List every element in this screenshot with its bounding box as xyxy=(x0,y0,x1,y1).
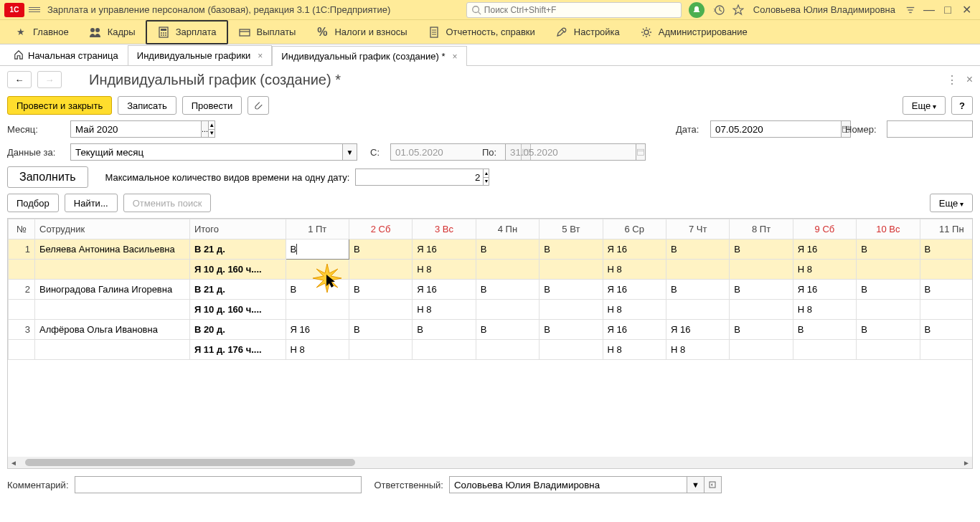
menu-settings[interactable]: Настройка xyxy=(545,22,630,43)
day-cell[interactable]: В xyxy=(857,320,920,340)
responsible-input[interactable]: ▼ xyxy=(449,476,722,493)
global-search[interactable] xyxy=(466,2,682,18)
employee-cell[interactable]: Виноградова Галина Игоревна xyxy=(35,280,190,300)
menu-payments[interactable]: Выплаты xyxy=(228,22,306,43)
table-row[interactable]: 2Виноградова Галина ИгоревнаВ 21 д.ВВЯ 1… xyxy=(9,280,973,300)
tab-home[interactable]: Начальная страница xyxy=(4,45,128,65)
day-cell[interactable]: В xyxy=(666,280,729,300)
day-cell[interactable]: Н 8 xyxy=(603,300,666,320)
menu-home[interactable]: ★ Главное xyxy=(4,22,79,43)
day-cell[interactable] xyxy=(730,300,793,320)
tab-schedule-create[interactable]: Индивидуальный график (создание) * × xyxy=(272,46,466,66)
day-cell[interactable]: В xyxy=(349,280,412,300)
day-cell[interactable]: Я 16 xyxy=(666,320,729,340)
close-page-button[interactable]: × xyxy=(966,73,973,86)
day-cell[interactable]: Я 16 xyxy=(286,320,349,340)
save-button[interactable]: Записать xyxy=(118,96,176,115)
day-cell[interactable] xyxy=(730,260,793,280)
day-cell[interactable] xyxy=(540,340,603,360)
employee-cell[interactable] xyxy=(35,340,190,360)
menu-admin[interactable]: Администрирование xyxy=(630,22,758,43)
col-employee-header[interactable]: Сотрудник xyxy=(35,219,190,239)
schedule-table[interactable]: №СотрудникИтого1 Пт2 Сб3 Вс4 Пн5 Вт6 Ср7… xyxy=(7,218,973,469)
day-cell[interactable]: В xyxy=(857,239,920,260)
max-types-input[interactable]: ▲▼ xyxy=(355,169,390,186)
date-field[interactable] xyxy=(710,120,842,138)
pick-button[interactable]: Подбор xyxy=(7,194,59,212)
data-for-combo[interactable]: ▼ xyxy=(70,143,357,161)
col-day-8-header[interactable]: 8 Пт xyxy=(730,219,793,239)
month-select-button[interactable]: ... xyxy=(201,120,208,138)
table-row[interactable]: 1Беляева Антонина ВасильевнаВ 21 д.В ВЯ … xyxy=(9,239,973,260)
day-cell[interactable] xyxy=(920,300,972,320)
col-day-9-header[interactable]: 9 Сб xyxy=(793,219,856,239)
col-day-3-header[interactable]: 3 Вс xyxy=(413,219,476,239)
col-day-10-header[interactable]: 10 Вс xyxy=(857,219,920,239)
day-cell[interactable] xyxy=(349,260,412,280)
col-total-header[interactable]: Итого xyxy=(189,219,286,239)
dropdown-icon[interactable]: ▼ xyxy=(343,143,357,161)
notifications-bell-icon[interactable] xyxy=(689,2,705,18)
filter-icon[interactable] xyxy=(904,4,917,16)
horizontal-scrollbar[interactable]: ◄ ► xyxy=(8,457,972,468)
day-cell[interactable] xyxy=(413,340,476,360)
day-cell[interactable]: В xyxy=(286,239,349,260)
day-cell[interactable] xyxy=(666,300,729,320)
day-cell[interactable]: Я 16 xyxy=(413,239,476,260)
day-cell[interactable] xyxy=(476,300,539,320)
current-user[interactable]: Соловьева Юлия Владимировна xyxy=(753,4,895,15)
scroll-thumb[interactable] xyxy=(25,459,355,466)
day-cell[interactable]: Н 8 xyxy=(603,260,666,280)
menu-salary[interactable]: Зарплата xyxy=(146,20,228,44)
day-cell[interactable]: Я 16 xyxy=(603,239,666,260)
day-cell[interactable]: В xyxy=(666,239,729,260)
col-day-4-header[interactable]: 4 Пн xyxy=(476,219,539,239)
employee-cell[interactable] xyxy=(35,260,190,280)
scroll-right-icon[interactable]: ► xyxy=(961,457,972,468)
dropdown-icon[interactable]: ▼ xyxy=(687,476,705,493)
fill-button[interactable]: Заполнить xyxy=(7,166,88,188)
day-cell[interactable]: В xyxy=(857,280,920,300)
max-types-field[interactable] xyxy=(355,169,484,186)
employee-cell[interactable] xyxy=(35,300,190,320)
kebab-menu-icon[interactable]: ⋮ xyxy=(946,73,958,87)
table-row[interactable]: Я 10 д. 160 ч....Н 8Н 8Н 8 xyxy=(9,260,973,280)
responsible-field[interactable] xyxy=(449,476,687,493)
post-button[interactable]: Провести xyxy=(182,96,242,115)
day-cell[interactable] xyxy=(730,340,793,360)
day-cell[interactable]: Н 8 xyxy=(666,340,729,360)
day-cell[interactable] xyxy=(540,300,603,320)
table-row[interactable]: 3Алфёрова Ольга ИвановнаВ 20 д.Я 16ВВВВЯ… xyxy=(9,320,973,340)
table-more-button[interactable]: Еще xyxy=(930,194,973,212)
col-day-7-header[interactable]: 7 Чт xyxy=(666,219,729,239)
close-tab-icon[interactable]: × xyxy=(453,52,458,62)
history-icon[interactable] xyxy=(713,4,726,16)
col-day-6-header[interactable]: 6 Ср xyxy=(603,219,666,239)
day-cell[interactable]: В xyxy=(730,239,793,260)
col-day-1-header[interactable]: 1 Пт xyxy=(286,219,349,239)
day-cell[interactable]: Я 16 xyxy=(413,280,476,300)
day-cell[interactable]: Я 16 xyxy=(793,280,856,300)
month-spinner[interactable]: ▲▼ xyxy=(208,120,215,138)
month-input[interactable]: ... ▲▼ xyxy=(70,120,174,138)
employee-cell[interactable]: Беляева Антонина Васильевна xyxy=(35,239,190,260)
day-cell[interactable]: В xyxy=(349,239,412,260)
month-field[interactable] xyxy=(70,120,201,138)
day-cell[interactable]: В xyxy=(540,320,603,340)
day-cell[interactable] xyxy=(286,260,349,280)
close-tab-icon[interactable]: × xyxy=(258,51,263,61)
day-cell[interactable] xyxy=(540,260,603,280)
day-cell[interactable]: Н 8 xyxy=(793,300,856,320)
day-cell[interactable] xyxy=(857,260,920,280)
day-cell[interactable]: Н 8 xyxy=(413,260,476,280)
day-cell[interactable]: В xyxy=(920,239,972,260)
data-for-field[interactable] xyxy=(70,143,343,161)
day-cell[interactable] xyxy=(476,340,539,360)
day-cell[interactable]: В xyxy=(920,320,972,340)
day-cell[interactable]: В xyxy=(349,320,412,340)
menu-taxes[interactable]: % Налоги и взносы xyxy=(306,22,417,43)
col-day-2-header[interactable]: 2 Сб xyxy=(349,219,412,239)
day-cell[interactable]: В xyxy=(793,320,856,340)
day-cell[interactable]: В xyxy=(920,280,972,300)
day-cell[interactable]: Я 16 xyxy=(793,239,856,260)
